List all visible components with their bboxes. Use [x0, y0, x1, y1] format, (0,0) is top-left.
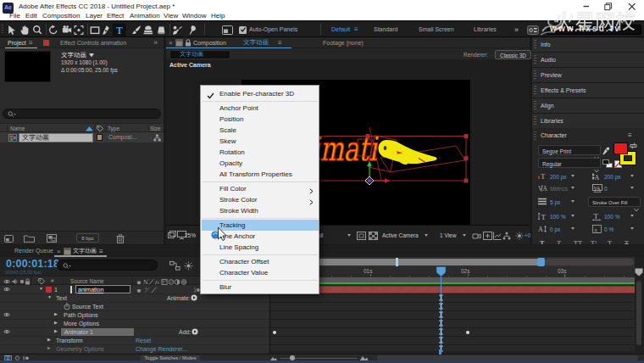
timeline-graph-icon[interactable]: [493, 232, 502, 240]
duck-shape[interactable]: [379, 140, 437, 165]
menu-item-character-value[interactable]: Character Value: [202, 267, 319, 278]
zoom-level[interactable]: 25%: [185, 232, 196, 238]
default-fill-stroke-icon[interactable]: [602, 159, 613, 168]
twirl-icon[interactable]: ▶: [47, 337, 51, 342]
tsume-value[interactable]: 0 %: [604, 226, 613, 232]
tab-footage[interactable]: Footage (none): [323, 40, 364, 46]
playhead-head[interactable]: [436, 267, 446, 277]
project-row-composition[interactable]: Composi...: [0, 132, 164, 142]
menu-item-opacity[interactable]: Opacity: [202, 158, 319, 169]
view-camera-select[interactable]: Active Camera: [382, 232, 419, 238]
tool-clone-stamp[interactable]: [143, 25, 153, 36]
menubar-item[interactable]: Layer: [86, 12, 103, 20]
project-panel-menu-icon[interactable]: ≡: [29, 39, 33, 47]
geometry-options-right-label[interactable]: Change Renderer...: [136, 346, 187, 352]
baseline-shift-value[interactable]: 0 px: [550, 226, 560, 232]
menubar-item[interactable]: File: [9, 12, 20, 20]
project-tabs-overflow-chevron[interactable]: »: [153, 38, 158, 47]
tool-roto-brush[interactable]: [172, 25, 182, 36]
menubar-item[interactable]: Help: [211, 12, 225, 20]
sidebar-panel-bar[interactable]: Align: [532, 98, 644, 114]
stroke-width-icon[interactable]: [538, 198, 547, 206]
eye-icon[interactable]: [3, 312, 10, 317]
swap-fill-stroke-icon[interactable]: [630, 142, 637, 149]
layer-quality-icon[interactable]: [144, 287, 151, 293]
current-time-display[interactable]: 0:00:01:18: [6, 258, 59, 270]
twirl-icon[interactable]: ▶: [47, 345, 51, 350]
twirl-icon[interactable]: ▶: [54, 328, 58, 333]
tool-selection[interactable]: [6, 25, 16, 36]
layer-twirl-icon[interactable]: ▼: [39, 286, 43, 291]
tracking-icon[interactable]: VA: [592, 184, 602, 193]
workspace-default[interactable]: Default: [331, 26, 350, 32]
column-size[interactable]: Size: [150, 126, 161, 131]
column-number[interactable]: #: [51, 278, 53, 283]
sidebar-panel-bar[interactable]: Audio: [532, 53, 644, 68]
menubar-item[interactable]: View: [164, 12, 178, 20]
column-type[interactable]: Type: [108, 126, 119, 131]
vertical-scrollbar[interactable]: [636, 281, 641, 345]
stopwatch-icon[interactable]: [64, 303, 70, 310]
tab-project[interactable]: Project: [8, 40, 26, 46]
more-options-label[interactable]: More Options: [64, 321, 99, 327]
fill-color-swatch[interactable]: [613, 142, 628, 154]
text-group-right-label[interactable]: Animate:: [167, 295, 191, 301]
horizontal-scrollbar[interactable]: [377, 355, 638, 360]
search-workspace-icon[interactable]: [527, 25, 539, 35]
tool-brush[interactable]: [131, 25, 142, 36]
menu-item-scale[interactable]: Scale: [202, 125, 319, 136]
navigator-end-handle[interactable]: [537, 258, 545, 266]
resolution-chevron[interactable]: [347, 234, 351, 237]
project-search-input[interactable]: [3, 109, 161, 119]
comp-panel-menu-icon[interactable]: ≡: [278, 39, 282, 47]
menu-item-blur[interactable]: Blur: [202, 282, 319, 293]
font-size-stepper[interactable]: [571, 175, 575, 177]
twirl-icon[interactable]: ▼: [47, 294, 52, 299]
menu-item-stroke-color[interactable]: Stroke Color: [202, 194, 319, 205]
stroke-width-stepper[interactable]: [571, 200, 575, 203]
new-folder-icon[interactable]: [24, 234, 35, 243]
minimize-button[interactable]: [582, 3, 591, 11]
source-text-label[interactable]: Source Text: [72, 304, 103, 310]
transparency-grid-icon[interactable]: [369, 232, 378, 240]
tool-rotation[interactable]: [48, 25, 58, 36]
text-group-menu-button[interactable]: [191, 294, 197, 301]
tracking-value[interactable]: 0: [604, 186, 608, 192]
sort-ascending-icon[interactable]: [86, 126, 93, 131]
leading-stepper[interactable]: [630, 175, 634, 177]
faux-style-button[interactable]: T: [556, 239, 568, 244]
label-column-icon[interactable]: [97, 126, 103, 132]
sidebar-panel-bar[interactable]: Preview: [532, 68, 644, 83]
time-ruler[interactable]: 01s02s03s: [270, 267, 636, 277]
region-of-interest-icon[interactable]: [357, 232, 366, 240]
draft-3d-icon[interactable]: [183, 261, 194, 271]
more-options-row[interactable]: ▶More Options: [0, 319, 269, 327]
workspace-icon[interactable]: [222, 25, 233, 35]
current-time-indicator[interactable]: [435, 266, 448, 354]
faux-style-button[interactable]: T: [607, 239, 619, 244]
tab-effect-controls[interactable]: Effect Controls animation: [60, 40, 126, 46]
menu-item-enable-per-character-3d[interactable]: Enable Per-character 3D: [202, 88, 319, 99]
eye-icon[interactable]: [3, 287, 10, 292]
horizontal-scale-stepper[interactable]: [630, 215, 634, 217]
workspace-menu-icon[interactable]: ≡: [354, 25, 358, 33]
source-text-row[interactable]: Source Text: [0, 302, 269, 310]
character-panel-menu-icon[interactable]: ≡: [628, 131, 632, 139]
auto-open-panels-label[interactable]: Auto-Open Panels: [249, 26, 297, 32]
view-layout-chevron[interactable]: [463, 234, 466, 237]
font-size-value[interactable]: 200 px: [550, 174, 567, 180]
comp-tab-prefix[interactable]: Composition: [193, 40, 226, 46]
font-family-select[interactable]: Segoe Print: [538, 145, 601, 155]
text-group-label[interactable]: Text: [56, 295, 67, 301]
vertical-scale-icon[interactable]: T: [538, 212, 548, 221]
menubar-item[interactable]: Edit: [25, 12, 37, 20]
comp-tab-close-icon[interactable]: ×: [169, 39, 173, 47]
animator-1-label[interactable]: Animator 1: [64, 329, 93, 335]
tool-eraser[interactable]: [156, 25, 166, 36]
eye-icon[interactable]: [3, 329, 10, 334]
font-size-icon[interactable]: tT: [538, 172, 547, 181]
twirl-icon[interactable]: ▶: [54, 320, 58, 325]
tool-pen[interactable]: [102, 25, 112, 36]
faux-style-button[interactable]: T: [624, 239, 636, 244]
renderer-button[interactable]: Classic 3D: [495, 50, 531, 60]
